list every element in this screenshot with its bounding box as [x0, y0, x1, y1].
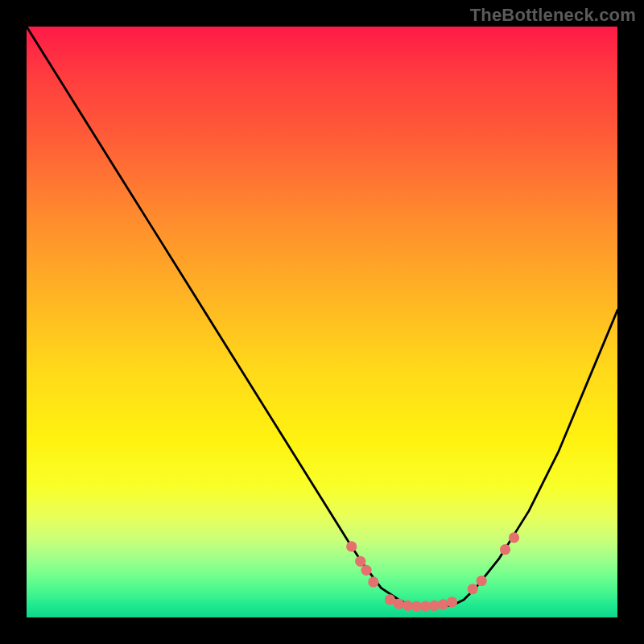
data-point	[368, 576, 378, 587]
data-point	[468, 584, 478, 594]
watermark-text: TheBottleneck.com	[470, 5, 636, 26]
curve-path	[27, 27, 617, 605]
chart-frame: TheBottleneck.com	[0, 0, 644, 644]
data-point	[355, 556, 365, 567]
data-point	[346, 541, 357, 551]
data-point	[361, 565, 371, 576]
data-point	[447, 597, 457, 607]
data-point	[477, 576, 487, 586]
chart-svg	[27, 27, 617, 617]
data-point	[394, 599, 404, 609]
plot-area	[27, 27, 617, 617]
data-point	[509, 532, 519, 543]
data-point	[500, 544, 510, 555]
